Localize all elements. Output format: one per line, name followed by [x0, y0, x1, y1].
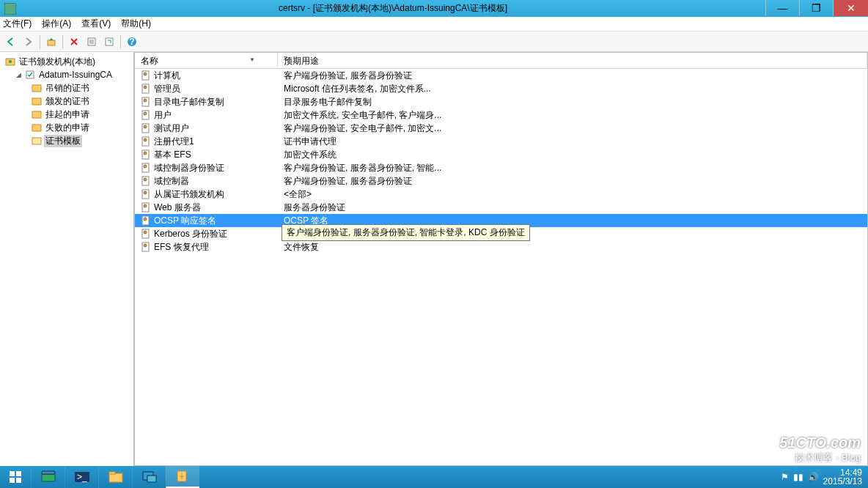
maximize-button[interactable]: ❐ [799, 0, 833, 16]
refresh-button[interactable] [101, 34, 117, 50]
template-icon [141, 149, 151, 160]
toolbar-separator [62, 35, 63, 48]
svg-rect-53 [109, 472, 115, 474]
svg-rect-46 [10, 478, 15, 483]
forward-button[interactable] [21, 34, 37, 50]
tree-node-templates[interactable]: 证书模板 [0, 134, 133, 147]
tree-node-failed[interactable]: 失败的申请 [0, 121, 133, 134]
delete-button[interactable] [66, 34, 82, 50]
list-row[interactable]: 注册代理1证书申请代理 [135, 135, 867, 148]
main-area: 证书颁发机构(本地) ◢ Adatum-IssuingCA 吊销的证书 颁发的证… [0, 52, 868, 466]
folder-icon [31, 109, 43, 119]
list-row[interactable]: 域控制器身份验证客户端身份验证, 服务器身份验证, 智能... [135, 161, 867, 174]
list-row[interactable]: EFS 恢复代理文件恢复 [135, 240, 867, 254]
cell-name: 域控制器身份验证 [135, 162, 278, 174]
list-row[interactable]: 计算机客户端身份验证, 服务器身份验证 [135, 69, 867, 82]
svg-rect-45 [16, 471, 21, 476]
cell-purpose: 客户端身份验证, 安全电子邮件, 加密文... [278, 122, 867, 135]
taskbar-mstsc[interactable] [132, 466, 166, 488]
cell-purpose: 加密文件系统 [278, 149, 867, 161]
row-name-text: Web 服务器 [154, 202, 201, 214]
list-row[interactable]: 从属证书颁发机构<全部> [135, 188, 867, 201]
title-bar: certsrv - [证书颁发机构(本地)\Adatum-IssuingCA\证… [0, 0, 868, 17]
cell-name: 目录电子邮件复制 [135, 96, 278, 108]
list-row[interactable]: Web 服务器服务器身份验证 [135, 201, 867, 214]
back-button[interactable] [3, 34, 19, 50]
svg-point-21 [144, 99, 147, 102]
svg-rect-44 [10, 471, 15, 476]
column-purpose[interactable]: 预期用途 [278, 53, 867, 68]
svg-rect-15 [32, 138, 41, 144]
row-name-text: 基本 EFS [154, 149, 191, 161]
properties-button[interactable] [84, 34, 100, 50]
column-name[interactable]: 名称 [135, 53, 278, 68]
tree-pane[interactable]: 证书颁发机构(本地) ◢ Adatum-IssuingCA 吊销的证书 颁发的证… [0, 52, 134, 466]
cell-name: 基本 EFS [135, 149, 278, 161]
start-button[interactable] [0, 466, 31, 488]
template-icon [141, 123, 151, 133]
svg-point-39 [144, 218, 147, 221]
svg-rect-11 [32, 85, 41, 92]
tree-node-revoked[interactable]: 吊销的证书 [0, 81, 133, 95]
svg-rect-52 [109, 473, 122, 482]
taskbar-server-manager[interactable] [31, 466, 65, 488]
collapse-icon[interactable]: ◢ [15, 71, 23, 78]
menu-view[interactable]: 查看(V) [81, 18, 111, 30]
help-button[interactable]: ? [124, 34, 140, 50]
template-icon [141, 202, 151, 212]
close-button[interactable]: ✕ [833, 0, 868, 16]
cell-purpose: 客户端身份验证, 服务器身份验证 [278, 70, 867, 82]
row-name-text: 计算机 [154, 70, 180, 82]
taskbar-explorer[interactable] [98, 466, 132, 488]
tray-network-icon[interactable]: ▮▮ [793, 472, 803, 482]
menu-file[interactable]: 文件(F) [3, 18, 32, 30]
tree-root[interactable]: 证书颁发机构(本地) [0, 55, 133, 68]
cert-authority-icon [4, 56, 16, 67]
row-name-text: OCSP 响应签名 [154, 215, 216, 227]
svg-rect-49 [42, 471, 55, 474]
list-row[interactable]: 用户加密文件系统, 安全电子邮件, 客户端身... [135, 108, 867, 122]
toolbar-separator [40, 35, 40, 48]
tree-ca[interactable]: ◢ Adatum-IssuingCA [0, 68, 133, 81]
menu-action[interactable]: 操作(A) [42, 18, 71, 30]
svg-rect-5 [106, 38, 113, 45]
svg-point-41 [144, 231, 147, 234]
folder-icon [31, 122, 43, 133]
cell-purpose: 目录服务电子邮件复制 [278, 96, 867, 108]
list-row[interactable]: 测试用户客户端身份验证, 安全电子邮件, 加密文... [135, 122, 867, 135]
list-row[interactable]: 域控制器客户端身份验证, 服务器身份验证 [135, 174, 867, 188]
row-name-text: 用户 [154, 109, 172, 122]
taskbar-certsrv[interactable] [166, 466, 199, 488]
tray-clock[interactable]: 14:49 2015/3/13 [823, 468, 862, 486]
row-name-text: 域控制器身份验证 [154, 162, 224, 174]
tree-node-label: 吊销的证书 [44, 82, 91, 95]
menu-help[interactable]: 帮助(H) [121, 18, 151, 30]
cell-purpose: 加密文件系统, 安全电子邮件, 客户端身... [278, 109, 867, 122]
cell-purpose: 客户端身份验证, 服务器身份验证 [278, 175, 867, 188]
list-body[interactable]: 计算机客户端身份验证, 服务器身份验证管理员Microsoft 信任列表签名, … [135, 69, 867, 465]
svg-rect-13 [32, 111, 41, 118]
list-row[interactable]: 管理员Microsoft 信任列表签名, 加密文件系... [135, 82, 867, 95]
cell-name: Kerberos 身份验证 [135, 228, 278, 240]
list-row[interactable]: 基本 EFS加密文件系统 [135, 148, 867, 161]
tree-node-label: 证书模板 [44, 135, 82, 147]
list-row[interactable]: 目录电子邮件复制目录服务电子邮件复制 [135, 95, 867, 108]
cell-name: 域控制器 [135, 175, 278, 188]
tree-node-pending[interactable]: 挂起的申请 [0, 108, 133, 121]
svg-rect-48 [42, 474, 55, 481]
template-icon [141, 229, 151, 239]
cell-name: Web 服务器 [135, 202, 278, 214]
tray-flag-icon[interactable]: ⚑ [781, 472, 789, 482]
svg-point-27 [144, 138, 147, 141]
tree-node-issued[interactable]: 颁发的证书 [0, 95, 133, 108]
list-pane: 名称 预期用途 计算机客户端身份验证, 服务器身份验证管理员Microsoft … [134, 52, 868, 466]
tree-root-label: 证书颁发机构(本地) [18, 56, 97, 68]
template-icon [141, 110, 151, 120]
up-button[interactable] [43, 34, 59, 50]
minimize-button[interactable]: ― [765, 0, 799, 16]
taskbar-powershell[interactable]: >_ [65, 466, 98, 488]
cell-name: 注册代理1 [135, 136, 278, 148]
tray-volume-icon[interactable]: 🔊 [808, 472, 819, 482]
window-title: certsrv - [证书颁发机构(本地)\Adatum-IssuingCA\证… [21, 2, 765, 15]
system-tray: ⚑ ▮▮ 🔊 14:49 2015/3/13 [775, 468, 868, 486]
